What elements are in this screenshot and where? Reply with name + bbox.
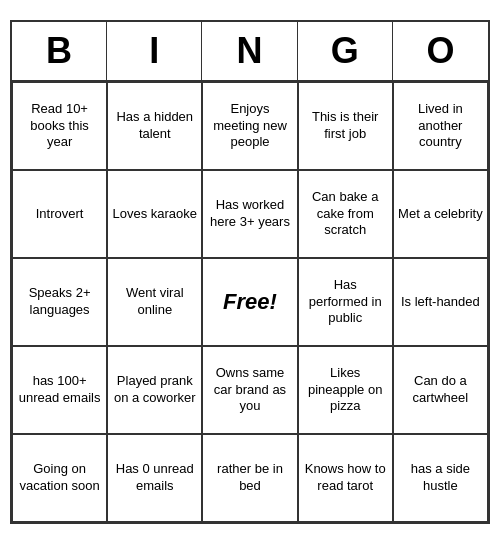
bingo-cell[interactable]: Has performed in public (298, 258, 393, 346)
bingo-cell[interactable]: Knows how to read tarot (298, 434, 393, 522)
header-letter: N (202, 22, 297, 80)
bingo-cell[interactable]: has 100+ unread emails (12, 346, 107, 434)
header-letter: I (107, 22, 202, 80)
bingo-cell[interactable]: Enjoys meeting new people (202, 82, 297, 170)
bingo-cell[interactable]: This is their first job (298, 82, 393, 170)
bingo-cell[interactable]: Has a hidden talent (107, 82, 202, 170)
header-letter: O (393, 22, 488, 80)
bingo-cell[interactable]: Likes pineapple on pizza (298, 346, 393, 434)
bingo-cell[interactable]: Met a celebrity (393, 170, 488, 258)
bingo-cell[interactable]: Has 0 unread emails (107, 434, 202, 522)
header-letter: B (12, 22, 107, 80)
bingo-cell[interactable]: Speaks 2+ languages (12, 258, 107, 346)
bingo-cell[interactable]: has a side hustle (393, 434, 488, 522)
bingo-cell[interactable]: Going on vacation soon (12, 434, 107, 522)
bingo-cell[interactable]: Can bake a cake from scratch (298, 170, 393, 258)
bingo-cell[interactable]: Went viral online (107, 258, 202, 346)
bingo-cell[interactable]: Loves karaoke (107, 170, 202, 258)
bingo-cell[interactable]: Introvert (12, 170, 107, 258)
bingo-header: BINGO (12, 22, 488, 82)
bingo-cell[interactable]: Lived in another country (393, 82, 488, 170)
bingo-cell[interactable]: Owns same car brand as you (202, 346, 297, 434)
bingo-cell[interactable]: Played prank on a coworker (107, 346, 202, 434)
bingo-cell[interactable]: Read 10+ books this year (12, 82, 107, 170)
bingo-cell[interactable]: rather be in bed (202, 434, 297, 522)
bingo-card: BINGO Read 10+ books this yearHas a hidd… (10, 20, 490, 524)
bingo-cell[interactable]: Is left-handed (393, 258, 488, 346)
bingo-cell[interactable]: Can do a cartwheel (393, 346, 488, 434)
header-letter: G (298, 22, 393, 80)
bingo-cell[interactable]: Has worked here 3+ years (202, 170, 297, 258)
bingo-cell[interactable]: Free! (202, 258, 297, 346)
bingo-grid: Read 10+ books this yearHas a hidden tal… (12, 82, 488, 522)
